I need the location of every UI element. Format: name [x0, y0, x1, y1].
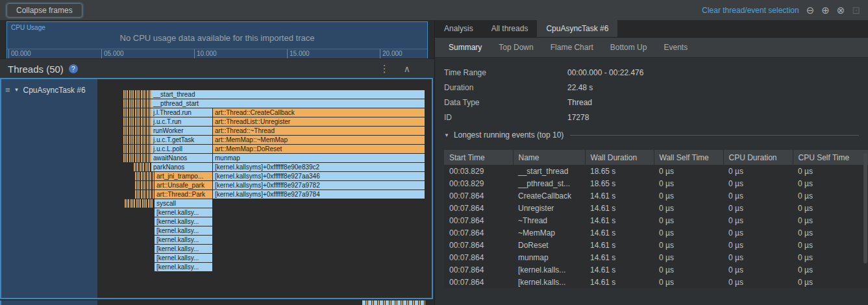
events-row[interactable]: 00:07.864[kernel.kalls...14.61 s0 µs0 µs…	[444, 276, 868, 288]
thread-name: CpuAsyncTask #6	[23, 86, 86, 95]
events-cell: 14.61 s	[585, 263, 654, 276]
flame-bar[interactable]: [kernel.kallsy...	[155, 208, 213, 217]
collapse-panel-icon[interactable]: ∧	[404, 64, 410, 74]
events-cell: 0 µs	[793, 251, 868, 263]
events-column-header[interactable]: CPU Duration	[723, 150, 793, 165]
flame-bar[interactable]: [kernel.kallsyms]+0xffffff8e927a9784	[213, 190, 425, 199]
clear-selection-link[interactable]: Clear thread/event selection	[702, 6, 799, 15]
flame-ministripes[interactable]	[123, 108, 151, 117]
events-row[interactable]: 00:07.864~MemMap14.61 s0 µs0 µs0 µs	[444, 226, 868, 239]
flame-ministripes[interactable]	[123, 90, 151, 99]
events-row[interactable]: 00:03.829__start_thread18.65 s0 µs0 µs0 …	[444, 165, 868, 177]
flame-bar[interactable]: [kernel.kallsyms]+0xffffff8e90e839c2	[213, 163, 425, 171]
flame-bar[interactable]: [kernel.kallsyms]+0xffffff8e927a9782	[213, 181, 425, 189]
flame-bar[interactable]: awaitNanos	[151, 154, 213, 162]
help-icon[interactable]: ?	[69, 64, 78, 73]
flame-bar[interactable]: art::Unsafe_park	[155, 181, 213, 189]
flame-ministripes[interactable]	[123, 145, 151, 153]
flame-bar[interactable]: j.u.c.L.poll	[151, 145, 213, 153]
flame-bar[interactable]: art_jni_trampo...	[155, 172, 213, 180]
events-cell: 14.61 s	[585, 276, 654, 288]
events-cell: 0 µs	[654, 177, 723, 189]
flame-ministripes[interactable]	[123, 154, 151, 162]
flame-bar[interactable]: runWorker	[151, 127, 213, 135]
collapse-frames-button[interactable]: Collapse frames	[6, 3, 82, 18]
flame-ministripes[interactable]	[123, 136, 151, 144]
flame-bar[interactable]: __pthread_start	[151, 99, 425, 108]
flame-ministripes[interactable]	[125, 199, 153, 208]
flame-row: syscall	[97, 199, 432, 208]
flame-bar[interactable]: [kernel.kallsy...	[155, 217, 213, 226]
tab-all-threads[interactable]: All threads	[482, 20, 538, 37]
events-cell: 14.61 s	[585, 251, 654, 263]
events-row[interactable]: 00:07.864CreateCallback14.61 s0 µs0 µs0 …	[444, 189, 868, 202]
events-row[interactable]: 00:07.864[kernel.kalls...14.61 s0 µs0 µs…	[444, 263, 868, 276]
flame-bar[interactable]: art::Thread::~Thread	[213, 127, 425, 135]
flame-bar[interactable]: j.u.c.T.run	[151, 117, 213, 126]
flame-bar[interactable]: __start_thread	[151, 90, 425, 99]
flame-bar[interactable]: [kernel.kallsy...	[155, 236, 213, 244]
flame-bar[interactable]: syscall	[155, 199, 213, 208]
flame-row: j.u.c.L.pollart::MemMap::DoReset	[97, 145, 432, 153]
events-cell: [kernel.kalls...	[513, 263, 585, 276]
flame-bar[interactable]: [kernel.kallsy...	[155, 263, 213, 271]
events-cell: CreateCallback	[513, 189, 585, 202]
flame-bar[interactable]: [kernel.kallsy...	[155, 254, 213, 262]
flame-bar[interactable]: [kernel.kallsyms]+0xffffff8e927aa346	[213, 172, 425, 180]
events-cell: 0 µs	[723, 263, 793, 276]
flame-bar[interactable]: art::ThreadList::Unregister	[213, 117, 425, 126]
events-column-header[interactable]: Wall Self Time	[654, 150, 723, 165]
scrollbar[interactable]	[863, 153, 867, 263]
events-row[interactable]: 00:07.864munmap14.61 s0 µs0 µs0 µs	[444, 251, 868, 263]
events-cell: 0 µs	[654, 251, 723, 263]
flame-ministripes[interactable]	[123, 117, 151, 126]
drag-handle-icon[interactable]: ≡	[5, 85, 10, 95]
flame-ministripes[interactable]	[134, 163, 151, 171]
more-options-icon[interactable]: ⋮	[380, 63, 390, 75]
events-cell: ~Thread	[513, 214, 585, 226]
flame-ministripes[interactable]	[135, 181, 154, 189]
cpu-usage-panel[interactable]: CPU Usage No CPU usage data available fo…	[6, 21, 428, 60]
reset-zoom-icon[interactable]: ⊗	[837, 5, 845, 15]
flame-ministripes[interactable]	[123, 127, 151, 135]
events-row[interactable]: 00:07.864DoReset14.61 s0 µs0 µs0 µs	[444, 239, 868, 251]
flame-ministripes[interactable]	[135, 190, 154, 199]
subtab-top-down[interactable]: Top Down	[490, 38, 541, 57]
events-row[interactable]: 00:07.864Unregister14.61 s0 µs0 µs0 µs	[444, 202, 868, 214]
thread-expand-icon[interactable]: ▼	[14, 87, 19, 93]
thread-list-item[interactable]: ≡ ▼ CpuAsyncTask #6	[1, 85, 97, 95]
flame-ministripes[interactable]	[135, 172, 154, 180]
subtab-summary[interactable]: Summary	[440, 38, 490, 57]
flame-bar[interactable]: art::Thread::Park	[155, 190, 213, 199]
events-column-header[interactable]: Wall Duration	[585, 150, 654, 165]
tab-analysis[interactable]: Analysis	[435, 20, 482, 37]
flame-ministripes[interactable]	[123, 99, 151, 108]
zoom-out-icon[interactable]: ⊖	[806, 5, 815, 15]
tab-cpuasynctask-6[interactable]: CpuAsyncTask #6	[537, 20, 617, 37]
events-column-header[interactable]: CPU Self Time	[793, 150, 868, 165]
events-cell: 0 µs	[654, 214, 723, 226]
flame-ministripes[interactable]	[362, 300, 425, 305]
flame-chart: __start_thread__pthread_startj.l.Thread.…	[97, 79, 432, 298]
flame-bar[interactable]: [kernel.kallsy...	[155, 245, 213, 253]
events-row[interactable]: 00:03.829__pthread_st...18.65 s0 µs0 µs0…	[444, 177, 868, 189]
flame-bar[interactable]: art::Thread::CreateCallback	[213, 108, 425, 117]
subtab-flame-chart[interactable]: Flame Chart	[542, 38, 602, 57]
flame-bar[interactable]: j.l.Thread.run	[151, 108, 213, 117]
flame-bar[interactable]: munmap	[213, 154, 425, 162]
flame-bar[interactable]: [kernel.kallsy...	[155, 226, 213, 235]
flame-bar[interactable]: art::MemMap::DoReset	[213, 145, 425, 153]
subtab-events[interactable]: Events	[655, 38, 696, 57]
section-collapse-icon[interactable]: ▼	[444, 132, 449, 138]
flame-bar[interactable]: parkNanos	[151, 163, 213, 171]
flame-bar[interactable]: art::MemMap::~MemMap	[213, 136, 425, 144]
events-row[interactable]: 00:07.864~Thread14.61 s0 µs0 µs0 µs	[444, 214, 868, 226]
subtab-bottom-up[interactable]: Bottom Up	[602, 38, 656, 57]
zoom-in-icon[interactable]: ⊕	[821, 5, 830, 15]
flame-bar[interactable]: j.u.c.T.getTask	[151, 136, 213, 144]
events-column-header[interactable]: Start Time	[444, 150, 513, 165]
flame-row: j.u.c.T.runart::ThreadList::Unregister	[97, 117, 432, 126]
events-column-header[interactable]: Name	[513, 150, 585, 165]
events-cell: 0 µs	[654, 189, 723, 202]
flame-row: j.l.Thread.runart::Thread::CreateCallbac…	[97, 108, 432, 117]
